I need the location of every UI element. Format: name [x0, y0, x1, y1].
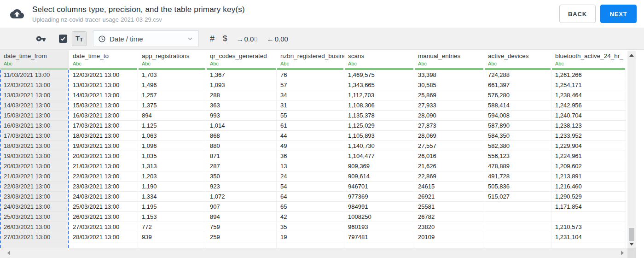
- table-cell[interactable]: 868: [206, 131, 277, 141]
- table-cell[interactable]: 588,414: [484, 100, 551, 111]
- table-cell[interactable]: [69, 242, 138, 248]
- table-cell[interactable]: 556,123: [484, 151, 551, 161]
- vertical-scrollbar[interactable]: [627, 51, 636, 248]
- back-button[interactable]: BACK: [559, 5, 596, 23]
- scroll-left-arrow-icon[interactable]: [7, 251, 10, 255]
- table-cell[interactable]: 1,496: [138, 80, 206, 90]
- table-cell[interactable]: 288: [206, 90, 277, 100]
- table-cell[interactable]: 24/03/2021 13:00: [0, 202, 69, 212]
- table-cell[interactable]: 1,035: [138, 151, 206, 161]
- table-cell[interactable]: 25581: [414, 202, 484, 212]
- table-cell[interactable]: 12/03/2021 13:00: [69, 70, 138, 80]
- table-cell[interactable]: 1,014: [206, 121, 277, 131]
- table-cell[interactable]: 65: [277, 202, 344, 212]
- table-cell[interactable]: 587,890: [484, 121, 551, 131]
- table-cell[interactable]: 23/03/2021 13:00: [69, 182, 138, 192]
- table-cell[interactable]: 1,105,893: [344, 131, 414, 141]
- table-cell[interactable]: 894: [138, 111, 206, 121]
- table-cell[interactable]: 28/03/2021 13:00: [69, 232, 138, 242]
- table-cell[interactable]: 22/03/2021 13:00: [69, 171, 138, 182]
- table-cell[interactable]: 759: [206, 222, 277, 232]
- table-cell[interactable]: 1,238,464: [551, 90, 626, 100]
- table-cell[interactable]: 505,836: [484, 182, 551, 192]
- table-cell[interactable]: 939: [138, 232, 206, 242]
- table-cell[interactable]: 21/03/2021 13:00: [0, 171, 69, 182]
- table-cell[interactable]: 1,125,029: [344, 121, 414, 131]
- table-cell[interactable]: 584,350: [484, 131, 551, 141]
- table-cell[interactable]: 12/03/2021 13:00: [0, 80, 69, 90]
- table-cell[interactable]: 24615: [414, 182, 484, 192]
- table-cell[interactable]: 11/03/2021 13:00: [0, 70, 69, 80]
- table-cell[interactable]: 27/03/2021 13:00: [0, 232, 69, 242]
- table-cell[interactable]: 909,614: [344, 171, 414, 182]
- table-cell[interactable]: 880: [206, 141, 277, 151]
- table-cell[interactable]: [206, 242, 277, 248]
- table-cell[interactable]: [344, 242, 414, 248]
- table-cell[interactable]: 20109: [414, 232, 484, 242]
- table-cell[interactable]: 16/03/2021 13:00: [69, 111, 138, 121]
- table-cell[interactable]: 923: [206, 182, 277, 192]
- table-cell[interactable]: 515,027: [484, 192, 551, 202]
- table-cell[interactable]: [484, 212, 551, 222]
- table-cell[interactable]: 61: [277, 121, 344, 131]
- table-cell[interactable]: 18/03/2021 13:00: [0, 141, 69, 151]
- column-header-date_time_to[interactable]: date_time_toAbc: [69, 50, 138, 70]
- table-cell[interactable]: 1,469,575: [344, 70, 414, 80]
- table-cell[interactable]: 1,375: [138, 100, 206, 111]
- column-header-date_time_from[interactable]: date_time_fromAbc: [0, 50, 69, 70]
- horizontal-scrollbar[interactable]: [0, 248, 627, 258]
- column-header-scans[interactable]: scansAbc: [344, 50, 414, 70]
- table-cell[interactable]: 582,380: [484, 141, 551, 151]
- table-cell[interactable]: 20/03/2021 13:00: [69, 151, 138, 161]
- table-cell[interactable]: 946701: [344, 182, 414, 192]
- increase-precision-button[interactable]: →0.00: [236, 35, 257, 43]
- table-cell[interactable]: 76: [277, 70, 344, 80]
- table-cell[interactable]: [414, 242, 484, 248]
- table-cell[interactable]: 350: [206, 171, 277, 182]
- table-cell[interactable]: 594,008: [484, 111, 551, 121]
- table-cell[interactable]: 27,933: [414, 100, 484, 111]
- table-cell[interactable]: 15/03/2021 13:00: [69, 100, 138, 111]
- table-cell[interactable]: 960193: [344, 222, 414, 232]
- table-cell[interactable]: [484, 222, 551, 232]
- column-header-manual_entries[interactable]: manual_entriesAbc: [414, 50, 484, 70]
- table-cell[interactable]: 1,240,704: [551, 111, 626, 121]
- table-cell[interactable]: 1,153: [138, 212, 206, 222]
- table-cell[interactable]: 34: [277, 90, 344, 100]
- table-cell[interactable]: 25/03/2021 13:00: [69, 202, 138, 212]
- table-cell[interactable]: [0, 242, 69, 248]
- column-type-select[interactable]: Date / time: [93, 30, 199, 47]
- table-cell[interactable]: 22,869: [414, 171, 484, 182]
- currency-type-button[interactable]: $: [223, 34, 227, 43]
- table-cell[interactable]: 14/03/2021 13:00: [69, 90, 138, 100]
- table-cell[interactable]: 13/03/2021 13:00: [69, 80, 138, 90]
- table-cell[interactable]: 30,585: [414, 80, 484, 90]
- table-cell[interactable]: 287: [206, 161, 277, 171]
- table-cell[interactable]: 797481: [344, 232, 414, 242]
- table-cell[interactable]: 33,398: [414, 70, 484, 80]
- table-cell[interactable]: 1,261,266: [551, 70, 626, 80]
- table-cell[interactable]: 19: [277, 232, 344, 242]
- table-cell[interactable]: 36: [277, 151, 344, 161]
- table-cell[interactable]: 984991: [344, 202, 414, 212]
- table-cell[interactable]: 1,072: [206, 192, 277, 202]
- table-cell[interactable]: 1,257: [138, 90, 206, 100]
- table-cell[interactable]: 1,233,952: [551, 131, 626, 141]
- table-cell[interactable]: 25/03/2021 13:00: [0, 212, 69, 222]
- table-cell[interactable]: 31: [277, 100, 344, 111]
- table-cell[interactable]: 55: [277, 111, 344, 121]
- table-cell[interactable]: [484, 202, 551, 212]
- table-cell[interactable]: 1,238,123: [551, 121, 626, 131]
- table-cell[interactable]: 19/03/2021 13:00: [0, 151, 69, 161]
- table-cell[interactable]: 26/03/2021 13:00: [0, 222, 69, 232]
- table-cell[interactable]: 871: [206, 151, 277, 161]
- scroll-right-arrow-icon[interactable]: [621, 251, 624, 255]
- table-cell[interactable]: 724,288: [484, 70, 551, 80]
- table-cell[interactable]: [277, 242, 344, 248]
- table-cell[interactable]: 24: [277, 171, 344, 182]
- column-header-bluetooth_active_24_hr_[interactable]: bluetooth_active_24_hr_Abc: [551, 50, 626, 70]
- table-cell[interactable]: 907: [206, 202, 277, 212]
- table-cell[interactable]: 64: [277, 192, 344, 202]
- table-cell[interactable]: 1,213,891: [551, 171, 626, 182]
- table-cell[interactable]: [551, 242, 626, 248]
